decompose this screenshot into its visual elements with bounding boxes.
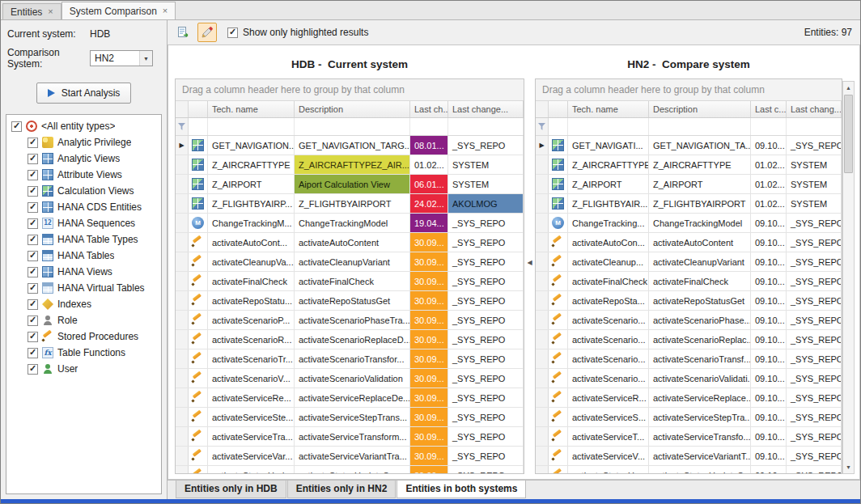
cell-last-changed-by[interactable]: _SYS_REPO (448, 214, 524, 232)
cell-description[interactable]: activateFinalCheck (295, 272, 410, 290)
column-header-last-ch[interactable]: Last ch... (410, 101, 448, 117)
tree-item-analytic-privilege[interactable]: Analytic Privilege (8, 134, 159, 150)
tree-item-user[interactable]: User (8, 361, 159, 377)
cell-last-changed-by[interactable]: _SYS_REPO (787, 427, 842, 446)
tree-item-hana-virtual-tables[interactable]: HANA Virtual Tables (8, 280, 159, 296)
cell-last-changed-by[interactable]: _SYS_REPO (787, 272, 842, 290)
cell-last-changed-by[interactable]: _SYS_REPO (448, 291, 524, 310)
cell-description[interactable]: activateStatusUpdateSce... (295, 466, 410, 473)
table-row[interactable]: Z_AIRCRAFTTYPEZ_AIRCRAFTTYPEZ_AIR...01.0… (176, 155, 524, 175)
filter-cell[interactable] (448, 118, 524, 135)
table-row[interactable]: Z_FLIGHTBYAIR...Z_FLIGHTBYAIRPORT01.02..… (536, 194, 842, 214)
scroll-thumb[interactable] (844, 95, 853, 173)
table-row[interactable]: activateServiceV...activateServiceVarian… (536, 447, 842, 466)
checkbox[interactable] (28, 299, 38, 310)
cell-description[interactable]: activateStatusUpdateS... (649, 466, 751, 473)
tree-item-all-entity-types[interactable]: <All entity types> (8, 118, 159, 134)
cell-last-changed-by[interactable]: _SYS_REPO (448, 330, 524, 349)
cell-last-changed-by[interactable]: _SYS_REPO (448, 408, 524, 426)
cell-tech-name[interactable]: activateServiceTra... (208, 427, 295, 446)
result-tab-entities-only-in-hn2[interactable]: Entities only in HN2 (287, 481, 397, 498)
table-row[interactable]: Z_AIRCRAFTTYPEZ_AIRCRAFTTYPE01.02...SYST… (536, 155, 842, 175)
table-row[interactable]: ▶GET_NAVIGATION...GET_NAVIGATION_TARG...… (176, 136, 524, 155)
table-row[interactable]: ChangeTrackingM...ChangeTrackingModel19.… (176, 214, 524, 233)
cell-tech-name[interactable]: ChangeTrackingM... (208, 214, 295, 232)
cell-description[interactable]: activateServiceReplaceDe... (295, 388, 410, 407)
cell-last-changed-by[interactable]: SYSTEM (787, 175, 842, 193)
filter-cell[interactable] (649, 118, 751, 135)
tree-item-hana-table-types[interactable]: HANA Table Types (8, 231, 159, 248)
scroll-up-button[interactable]: ▲ (843, 82, 854, 94)
column-header-last-change[interactable]: Last change... (448, 101, 524, 117)
cell-tech-name[interactable]: activateServiceR... (568, 388, 649, 407)
cell-last-changed-by[interactable]: SYSTEM (448, 175, 524, 193)
tree-item-hana-sequences[interactable]: HANA Sequences (8, 215, 159, 231)
cell-last-changed[interactable]: 30.09... (410, 447, 448, 465)
tab-system-comparison[interactable]: System Comparison× (62, 2, 176, 19)
cell-last-changed-by[interactable]: _SYS_REPO (448, 447, 524, 465)
cell-description[interactable]: GET_NAVIGATION_TARG... (295, 136, 410, 155)
cell-tech-name[interactable]: activateAutoCon... (568, 233, 649, 252)
cell-last-changed-by[interactable]: _SYS_REPO (448, 233, 524, 252)
filter-cell[interactable] (751, 118, 787, 135)
cell-last-changed[interactable]: 09.10... (751, 427, 787, 446)
column-header-tech-name[interactable]: Tech. name (208, 101, 295, 117)
cell-description[interactable]: activateServiceVariantTra... (295, 447, 410, 465)
cell-last-changed[interactable]: 01.02... (751, 175, 787, 193)
checkbox[interactable] (28, 332, 38, 342)
cell-tech-name[interactable]: activateStatusU... (568, 466, 649, 473)
table-row[interactable]: activateServiceR...activateServiceReplac… (536, 388, 842, 408)
cell-last-changed[interactable]: 01.02... (751, 194, 787, 213)
cell-last-changed[interactable]: 30.09... (410, 427, 448, 446)
column-header-last-chang[interactable]: Last chang... (787, 101, 842, 117)
cell-last-changed[interactable]: 30.09... (410, 388, 448, 407)
start-analysis-button[interactable]: Start Analysis (36, 83, 132, 104)
table-row[interactable]: activateScenario...activateScenarioPhase… (536, 311, 842, 330)
table-row[interactable]: activateScenarioV...activateScenarioVali… (176, 369, 524, 388)
table-row[interactable]: activateServiceSte...activateServiceStep… (176, 408, 524, 427)
tree-item-hana-cds-entities[interactable]: HANA CDS Entities (8, 199, 159, 215)
cell-description[interactable]: activateScenarioValidation (295, 369, 410, 388)
tree-item-calculation-views[interactable]: Calculation Views (8, 183, 159, 199)
cell-last-changed-by[interactable]: _SYS_REPO (787, 369, 842, 388)
column-header-description[interactable]: Description (295, 101, 410, 117)
close-tab-icon[interactable]: × (48, 7, 53, 16)
cell-description[interactable]: activateScenarioReplac... (649, 330, 751, 349)
table-row[interactable]: activateServiceTra...activateServiceTran… (176, 427, 524, 447)
cell-last-changed-by[interactable]: _SYS_REPO (787, 466, 842, 473)
cell-tech-name[interactable]: activateScenario... (568, 369, 649, 388)
checkbox[interactable] (28, 316, 38, 326)
cell-tech-name[interactable]: activateServiceSte... (208, 408, 295, 426)
vertical-scrollbar[interactable]: ▲ ▼ (842, 81, 855, 474)
cell-tech-name[interactable]: Z_AIRCRAFTTYPE (208, 155, 295, 174)
cell-last-changed[interactable]: 09.10... (751, 214, 787, 232)
cell-description[interactable]: activateScenarioTransfor... (295, 349, 410, 368)
cell-tech-name[interactable]: activateRepoStatu... (208, 291, 295, 310)
cell-tech-name[interactable]: activateScenarioP... (208, 311, 295, 329)
cell-last-changed-by[interactable]: _SYS_REPO (787, 252, 842, 271)
column-header-last-c[interactable]: Last c... (751, 101, 787, 117)
cell-tech-name[interactable]: activateScenarioR... (208, 330, 295, 349)
table-row[interactable]: activateStatusU...activateStatusUpdateS.… (536, 466, 842, 473)
cell-last-changed[interactable]: 09.10... (751, 311, 787, 329)
table-row[interactable]: activateServiceRe...activateServiceRepla… (176, 388, 524, 408)
filter-cell[interactable] (410, 118, 448, 135)
cell-description[interactable]: activateAutoContent (649, 233, 751, 252)
cell-last-changed-by[interactable]: _SYS_REPO (787, 388, 842, 407)
scroll-track[interactable] (843, 174, 854, 461)
checkbox[interactable] (28, 202, 38, 213)
cell-tech-name[interactable]: activateScenario... (568, 330, 649, 349)
cell-last-changed[interactable]: 08.01... (410, 136, 448, 155)
table-row[interactable]: activateScenarioP...activateScenarioPhas… (176, 311, 524, 330)
table-row[interactable]: activateServiceT...activateServiceTransf… (536, 427, 842, 447)
cell-last-changed[interactable]: 09.10... (751, 136, 787, 155)
cell-tech-name[interactable]: activateScenarioV... (208, 369, 295, 388)
cell-last-changed[interactable]: 09.10... (751, 349, 787, 368)
cell-tech-name[interactable]: activateServiceT... (568, 427, 649, 446)
cell-tech-name[interactable]: activateRepoSta... (568, 291, 649, 310)
cell-tech-name[interactable]: activateCleanupVa... (208, 252, 295, 271)
close-tab-icon[interactable]: × (163, 6, 168, 15)
tab-entities[interactable]: Entities× (2, 3, 62, 19)
cell-tech-name[interactable]: GET_NAVIGATION... (208, 136, 295, 155)
table-row[interactable]: activateCleanup...activateCleanupVariant… (536, 252, 842, 272)
